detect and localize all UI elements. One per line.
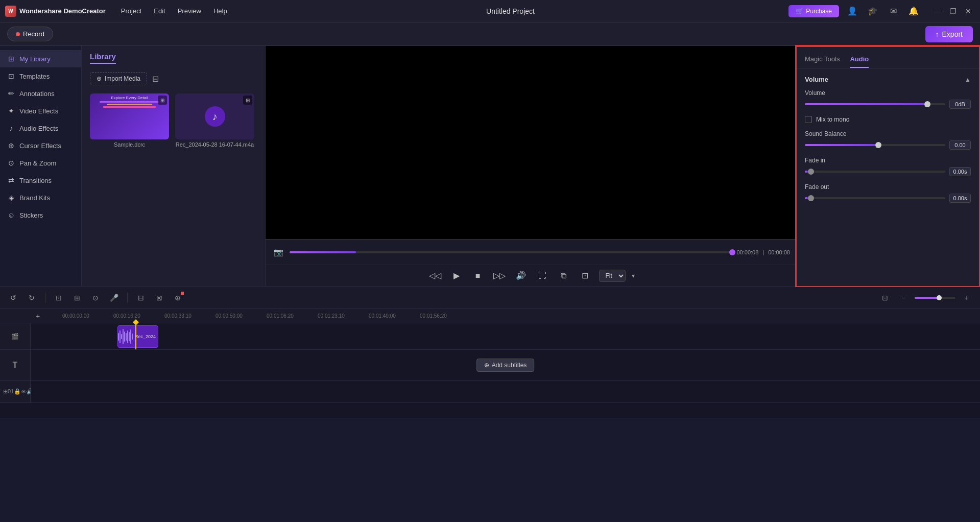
- graduation-icon[interactable]: 🎓: [866, 4, 880, 18]
- purchase-button[interactable]: 🛒 Purchase: [788, 5, 839, 17]
- audio-lock-icon[interactable]: 🔒: [14, 388, 21, 395]
- maximize-button[interactable]: ❐: [946, 5, 960, 18]
- current-time: 00:00:08: [736, 249, 758, 255]
- volume-slider-track[interactable]: [805, 103, 945, 105]
- expand-button[interactable]: ⊡: [578, 268, 593, 283]
- library-tab[interactable]: Library: [90, 52, 116, 64]
- left-sidebar: ⊞ My Library ⊡ Templates ✏ Annotations ✦…: [0, 46, 82, 286]
- export-button[interactable]: ↑ Export: [925, 26, 973, 42]
- volume-control-group: Volume 0dB: [805, 89, 971, 109]
- volume-label: Volume: [805, 89, 971, 97]
- bell-icon[interactable]: 🔔: [906, 4, 921, 18]
- clip-button[interactable]: ⊟: [134, 291, 148, 305]
- audio-effects-icon: ♪: [7, 124, 15, 132]
- project-title: Untitled Project: [232, 7, 789, 15]
- sidebar-item-templates[interactable]: ⊡ Templates: [0, 67, 81, 85]
- volume-value: 0dB: [949, 100, 971, 109]
- record-timeline-button[interactable]: 🎤: [107, 291, 121, 305]
- record-dot-icon: [16, 32, 20, 36]
- sidebar-item-label-brand-kits: Brand Kits: [19, 194, 50, 202]
- sidebar-item-pan-zoom[interactable]: ⊙ Pan & Zoom: [0, 154, 81, 172]
- stop-button[interactable]: ■: [470, 268, 486, 283]
- media-item-rec[interactable]: ♪ ⊞ Rec_2024-05-28 16-07-44.m4a: [175, 93, 254, 148]
- sound-balance-group: Sound Balance 0.00: [805, 130, 971, 150]
- sidebar-item-audio-effects[interactable]: ♪ Audio Effects: [0, 120, 81, 137]
- video-effects-icon: ✦: [7, 107, 15, 115]
- minimize-button[interactable]: —: [931, 5, 944, 18]
- import-media-button[interactable]: ⊕ Import Media: [90, 72, 147, 85]
- wave-bar-4: [123, 329, 124, 344]
- fit-select[interactable]: Fit: [599, 270, 626, 282]
- volume-button[interactable]: 🔊: [513, 268, 529, 283]
- sidebar-item-video-effects[interactable]: ✦ Video Effects: [0, 102, 81, 120]
- mail-icon[interactable]: ✉: [886, 4, 900, 18]
- close-button[interactable]: ✕: [962, 5, 975, 18]
- ruler-mark-1: 00:00:16:20: [112, 313, 163, 319]
- mix-to-mono-checkbox[interactable]: [805, 116, 812, 123]
- record-button[interactable]: Record: [7, 27, 53, 41]
- add-track-button[interactable]: +: [31, 309, 45, 323]
- skip-forward-button[interactable]: ▷▷: [492, 268, 507, 283]
- ruler-mark-0: 00:00:00:00: [61, 313, 112, 319]
- zoom-out-button[interactable]: −: [896, 291, 911, 305]
- audio-layer-icon: ⊞01: [3, 388, 14, 395]
- audio-visibility-icon[interactable]: 👁: [21, 389, 27, 395]
- zoom-in-button[interactable]: +: [960, 291, 974, 305]
- sidebar-item-label-transitions: Transitions: [19, 177, 52, 184]
- tab-audio[interactable]: Audio: [850, 52, 869, 68]
- sidebar-item-my-library[interactable]: ⊞ My Library: [0, 50, 81, 67]
- brand-kits-icon: ◈: [7, 194, 15, 202]
- marker-button[interactable]: ⊙: [88, 291, 103, 305]
- effects-button[interactable]: ⊕: [171, 291, 185, 305]
- redo-button[interactable]: ↻: [25, 291, 39, 305]
- menu-project[interactable]: Project: [116, 5, 147, 17]
- progress-thumb: [729, 249, 735, 255]
- fade-out-slider-track[interactable]: [805, 197, 945, 199]
- sidebar-item-cursor-effects[interactable]: ⊕ Cursor Effects: [0, 137, 81, 154]
- ruler-mark-2: 00:00:33:10: [163, 313, 214, 319]
- menu-edit[interactable]: Edit: [149, 5, 170, 17]
- undo-button[interactable]: ↺: [6, 291, 20, 305]
- app-icon: W: [5, 6, 16, 17]
- play-button[interactable]: ▶: [449, 268, 464, 283]
- sidebar-item-annotations[interactable]: ✏ Annotations: [0, 85, 81, 102]
- volume-collapse-icon[interactable]: ▲: [965, 76, 971, 83]
- text-track-content[interactable]: ⊕ Add subtitles: [31, 350, 980, 380]
- progress-bar[interactable]: [290, 251, 732, 253]
- sound-balance-slider-track[interactable]: [805, 144, 945, 146]
- profile-icon[interactable]: 👤: [845, 4, 859, 18]
- tab-magic-tools[interactable]: Magic Tools: [805, 52, 840, 68]
- split-button[interactable]: ⊞: [70, 291, 84, 305]
- menu-help[interactable]: Help: [208, 5, 232, 17]
- fit-timeline-button[interactable]: ⊡: [878, 291, 892, 305]
- filter-icon[interactable]: ⊟: [152, 74, 159, 84]
- sound-balance-thumb: [875, 142, 881, 148]
- fade-in-group: Fade in 0.00s: [805, 157, 971, 176]
- sidebar-item-label-my-library: My Library: [19, 55, 51, 63]
- video-track-content[interactable]: Rec_2024: [31, 323, 980, 349]
- media-item-sample[interactable]: Explore Every Detail ⊞ Sample.dcrc: [90, 93, 169, 148]
- export-icon: ↑: [936, 30, 939, 38]
- fit-chevron-icon[interactable]: ▾: [632, 272, 635, 279]
- sidebar-item-stickers[interactable]: ☺ Stickers: [0, 206, 81, 224]
- stickers-icon: ☺: [7, 211, 15, 219]
- plus-circle-subtitle-icon: ⊕: [484, 362, 489, 369]
- trim-button[interactable]: ⊡: [52, 291, 66, 305]
- sidebar-item-brand-kits[interactable]: ◈ Brand Kits: [0, 189, 81, 206]
- fade-out-group: Fade out 0.00s: [805, 183, 971, 203]
- sidebar-item-label-pan-zoom: Pan & Zoom: [19, 159, 56, 167]
- zoom-slider[interactable]: [915, 297, 955, 299]
- sidebar-item-transitions[interactable]: ⇄ Transitions: [0, 172, 81, 189]
- add-subtitle-button[interactable]: ⊕ Add subtitles: [476, 359, 535, 372]
- camera-icon[interactable]: 📷: [272, 247, 285, 258]
- wave-bar-1: [118, 333, 119, 341]
- fade-in-slider-track[interactable]: [805, 171, 945, 173]
- group-button[interactable]: ⊠: [152, 291, 166, 305]
- fade-out-label: Fade out: [805, 183, 971, 191]
- text-track-row: T ⊕ Add subtitles: [0, 350, 980, 381]
- skip-back-button[interactable]: ◁◁: [427, 268, 443, 283]
- video-clip[interactable]: Rec_2024: [117, 325, 158, 348]
- crop-button[interactable]: ⧉: [556, 268, 571, 283]
- menu-preview[interactable]: Preview: [173, 5, 206, 17]
- fullscreen-button[interactable]: ⛶: [535, 268, 550, 283]
